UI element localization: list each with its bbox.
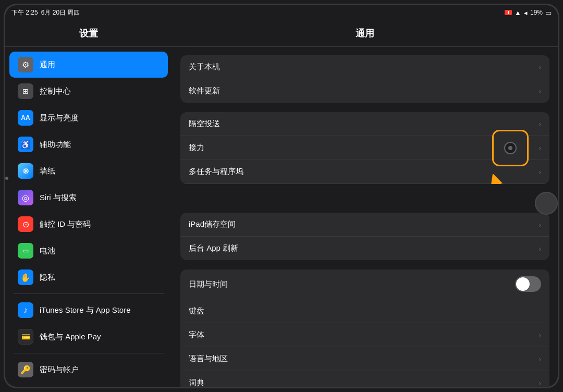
sidebar-item-privacy[interactable]: ✋ 隐私 bbox=[9, 264, 168, 290]
storage-label: iPad储存空间 bbox=[189, 219, 538, 229]
right-content[interactable]: 关于本机 › 软件更新 › 隔空投送 › bbox=[172, 47, 558, 387]
sidebar-item-label: Siri 与搜索 bbox=[40, 193, 77, 203]
sidebar-item-display[interactable]: AA 显示与亮度 bbox=[9, 105, 168, 131]
main-content: 设置 ⚙ 通用 ⊞ 控制中心 bbox=[5, 20, 558, 387]
record-indicator bbox=[505, 10, 512, 15]
battery-icon: ▭ bbox=[545, 9, 552, 17]
sidebar-item-label: 辅助功能 bbox=[40, 140, 71, 150]
battery-percentage: 19% bbox=[530, 9, 543, 16]
about-label: 关于本机 bbox=[189, 62, 538, 72]
siri-icon: ◎ bbox=[18, 190, 33, 205]
sidebar-item-passwords[interactable]: 🔑 密码与帐户 bbox=[9, 357, 168, 383]
datetime-toggle[interactable] bbox=[515, 276, 541, 292]
passwords-icon: 🔑 bbox=[18, 362, 33, 377]
language-label: 语言与地区 bbox=[189, 354, 538, 364]
wallpaper-icon: ❋ bbox=[18, 163, 33, 179]
sidebar-item-accessibility[interactable]: ♿ 辅助功能 bbox=[9, 131, 168, 157]
control-center-icon: ⊞ bbox=[18, 83, 33, 99]
wifi-icon: ▲ bbox=[515, 9, 521, 17]
settings-row-background-refresh[interactable]: 后台 App 刷新 › bbox=[180, 237, 549, 260]
right-panel-wrapper: 通用 关于本机 › 软件更新 › bbox=[172, 20, 558, 387]
status-bar: 下午 2:25 6月 20日 周四 ▲ ◂ 19% ▭ bbox=[5, 5, 558, 20]
sidebar-item-wallet[interactable]: 💳 钱包与 Apple Pay bbox=[9, 324, 168, 350]
home-button[interactable] bbox=[535, 192, 558, 215]
sidebar-item-wallpaper[interactable]: ❋ 墙纸 bbox=[9, 158, 168, 184]
sidebar-item-label: 钱包与 Apple Pay bbox=[40, 332, 101, 342]
sidebar-item-itunes[interactable]: ♪ iTunes Store 与 App Store bbox=[9, 297, 168, 323]
datetime-toggle-knob bbox=[516, 277, 530, 291]
sidebar-item-label: 电池 bbox=[40, 246, 55, 256]
right-panel: 通用 关于本机 › 软件更新 › bbox=[172, 20, 558, 387]
multitasking-chevron: › bbox=[538, 168, 541, 176]
accessibility-icon: ♿ bbox=[18, 137, 33, 152]
wallet-icon: 💳 bbox=[18, 329, 33, 345]
arrow-annotation bbox=[482, 174, 508, 184]
settings-group-3: iPad储存空间 › 后台 App 刷新 › bbox=[180, 213, 549, 260]
camera-button-overlay[interactable] bbox=[492, 130, 529, 166]
touchid-icon: ⊙ bbox=[18, 216, 33, 232]
airdrop-label: 隔空投送 bbox=[189, 119, 538, 129]
right-title: 通用 bbox=[356, 27, 374, 40]
ipad-frame: 下午 2:25 6月 20日 周四 ▲ ◂ 19% ▭ 设置 ⚙ 通用 bbox=[5, 5, 558, 387]
handoff-chevron: › bbox=[538, 144, 541, 152]
sidebar-title: 设置 bbox=[79, 27, 98, 40]
settings-row-dictionary[interactable]: 词典 › bbox=[180, 371, 549, 387]
display-icon: AA bbox=[18, 110, 33, 126]
status-date: 6月 20日 周四 bbox=[41, 8, 80, 17]
sidebar-separator-2 bbox=[14, 353, 164, 353]
settings-row-software-update[interactable]: 软件更新 › bbox=[180, 79, 549, 103]
sidebar-item-label: 隐私 bbox=[40, 273, 55, 283]
settings-row-storage[interactable]: iPad储存空间 › bbox=[180, 213, 549, 237]
settings-group-4: 日期与时间 键盘 字体 › 语言与地区 bbox=[180, 270, 549, 387]
fonts-label: 字体 bbox=[189, 330, 538, 340]
sidebar-item-touchid[interactable]: ⊙ 触控 ID 与密码 bbox=[9, 211, 168, 237]
privacy-icon: ✋ bbox=[18, 270, 33, 285]
datetime-label: 日期与时间 bbox=[189, 279, 515, 289]
sidebar-item-control-center[interactable]: ⊞ 控制中心 bbox=[9, 78, 168, 104]
itunes-icon: ♪ bbox=[18, 302, 33, 318]
right-header: 通用 bbox=[172, 20, 558, 47]
dictionary-label: 词典 bbox=[189, 378, 538, 387]
sidebar-item-label: 密码与帐户 bbox=[40, 365, 79, 375]
storage-chevron: › bbox=[538, 220, 541, 229]
handoff-label: 接力 bbox=[189, 143, 538, 153]
settings-row-keyboard[interactable]: 键盘 bbox=[180, 299, 549, 323]
sidebar-item-label: 通用 bbox=[40, 60, 55, 70]
status-right: ▲ ◂ 19% ▭ bbox=[505, 9, 552, 17]
sidebar-item-general[interactable]: ⚙ 通用 bbox=[9, 52, 168, 78]
settings-row-language[interactable]: 语言与地区 › bbox=[180, 347, 549, 371]
settings-group-2: 隔空投送 › 接力 › 多任务与程序坞 › bbox=[180, 112, 549, 184]
language-chevron: › bbox=[538, 355, 541, 363]
dictionary-chevron: › bbox=[538, 379, 541, 387]
settings-row-datetime[interactable]: 日期与时间 bbox=[180, 270, 549, 299]
sidebar-item-mail[interactable]: ✉ 邮件 bbox=[9, 383, 168, 387]
sidebar-item-label: iTunes Store 与 App Store bbox=[40, 305, 131, 315]
airdrop-chevron: › bbox=[538, 120, 541, 128]
settings-row-about[interactable]: 关于本机 › bbox=[180, 55, 549, 79]
background-refresh-chevron: › bbox=[538, 244, 541, 253]
sidebar-item-battery[interactable]: ▭ 电池 bbox=[9, 238, 168, 264]
software-update-chevron: › bbox=[538, 87, 541, 95]
signal-icon: ◂ bbox=[524, 9, 528, 17]
sidebar: 设置 ⚙ 通用 ⊞ 控制中心 bbox=[5, 20, 172, 387]
sidebar-item-label: 显示与亮度 bbox=[40, 113, 79, 123]
sidebar-header: 设置 bbox=[5, 20, 172, 47]
battery-icon: ▭ bbox=[18, 243, 33, 259]
software-update-label: 软件更新 bbox=[189, 86, 538, 96]
sidebar-item-label: 控制中心 bbox=[40, 87, 71, 96]
camera-button-dot bbox=[508, 146, 512, 150]
settings-row-fonts[interactable]: 字体 › bbox=[180, 323, 549, 347]
sidebar-separator bbox=[14, 293, 164, 294]
general-icon: ⚙ bbox=[18, 57, 33, 72]
sidebar-item-siri[interactable]: ◎ Siri 与搜索 bbox=[9, 185, 168, 211]
status-time: 下午 2:25 bbox=[11, 8, 38, 17]
sidebar-list: ⚙ 通用 ⊞ 控制中心 AA 显示与亮度 bbox=[5, 47, 172, 387]
about-chevron: › bbox=[538, 63, 541, 71]
sidebar-item-label: 触控 ID 与密码 bbox=[40, 219, 91, 229]
settings-group-1: 关于本机 › 软件更新 › bbox=[180, 55, 549, 103]
camera-button-inner bbox=[504, 142, 517, 154]
keyboard-label: 键盘 bbox=[189, 306, 541, 316]
fonts-chevron: › bbox=[538, 331, 541, 339]
sidebar-item-label: 墙纸 bbox=[40, 166, 55, 176]
background-refresh-label: 后台 App 刷新 bbox=[189, 243, 538, 253]
